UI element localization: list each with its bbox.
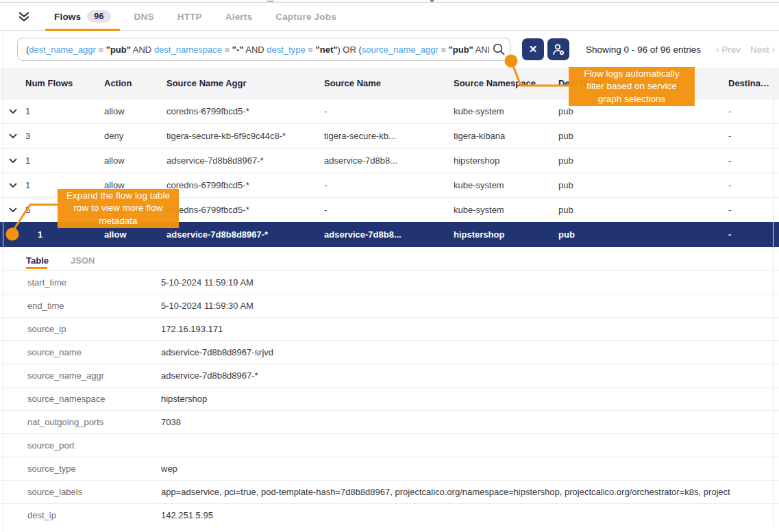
detail-field-row: nat_outgoing_ports 7038 (0, 410, 779, 433)
field-value: app=adservice, pci=true, pod-template-ha… (161, 487, 779, 497)
chevron-down-icon (9, 207, 17, 213)
cell-dest-name-aggr: pub (558, 229, 728, 240)
pager: ‹ Prev Next › (716, 45, 775, 55)
cell-source-name: adservice-7d8b8... (324, 155, 454, 166)
prev-page-button[interactable]: ‹ Prev (716, 45, 741, 55)
callout-filter-hint: Flow logs automatically filter based on … (569, 67, 695, 106)
detail-field-row: source_ip 172.16.193.171 (0, 317, 779, 340)
row-expander[interactable] (0, 158, 25, 164)
detail-field-row: source_namespace hipstershop (0, 387, 779, 410)
field-key: source_type (0, 464, 161, 474)
flow-table-row[interactable]: 1 allow adservice-7d8b8d8967-* adservice… (0, 148, 779, 173)
column-header[interactable]: Action (104, 77, 166, 90)
log-type-tab[interactable]: DNS (123, 3, 166, 30)
cell-source-name-aggr: coredns-6799fbcd5-* (166, 106, 324, 116)
field-key: source_name_aggr (0, 370, 161, 381)
column-header[interactable]: Num Flows (25, 77, 104, 90)
field-value: wep (161, 464, 779, 474)
detail-tab[interactable]: Table (26, 255, 49, 270)
search-icon[interactable] (492, 42, 506, 59)
detail-field-row: start_time 5-10-2024 11:59:19 AM (0, 270, 779, 294)
query-text: (dest_name_aggr = "pub" AND dest_namespa… (26, 45, 489, 55)
entries-count-text: Showing 0 - 96 of 96 entries (586, 45, 701, 55)
detail-tabbar: Table JSON (0, 247, 779, 270)
detail-field-row: end_time 5-10-2024 11:59:30 AM (0, 294, 779, 317)
tab-label: Flows (54, 12, 81, 22)
user-settings-button[interactable] (547, 38, 569, 60)
field-value: adservice-7d8b8d8967-* (161, 370, 779, 381)
cell-destination-name: - (728, 229, 779, 240)
field-key: dest_ip (0, 510, 161, 520)
cell-source-name: tigera-secure-kb... (324, 131, 454, 141)
cell-source-namespace: kube-system (454, 205, 558, 215)
detail-field-row: dest_ip 142.251.5.95 (0, 503, 779, 527)
collapse-panel-icon[interactable] (15, 8, 33, 25)
field-key: end_time (0, 301, 161, 311)
column-header[interactable]: Source Name Aggr (166, 77, 324, 90)
cell-source-name-aggr: adservice-7d8b8d8967-* (166, 229, 324, 240)
cell-source-name-aggr: tigera-secure-kb-6f9c9c44c8-* (166, 131, 324, 141)
row-expander[interactable] (0, 134, 25, 139)
column-header[interactable] (0, 77, 25, 90)
field-value: 5-10-2024 11:59:30 AM (161, 301, 779, 311)
cell-destination-name: - (728, 131, 779, 141)
cell-source-namespace: hipstershop (454, 155, 558, 166)
flow-logs-panel: Flows 96 DNS HTTP Alerts (0, 0, 779, 532)
chevron-down-icon (9, 134, 17, 139)
log-type-tab[interactable]: HTTP (166, 3, 214, 30)
row-expander[interactable] (0, 109, 25, 114)
cell-num-flows: 1 (25, 106, 104, 116)
query-filter-input[interactable]: (dest_name_aggr = "pub" AND dest_namespa… (17, 38, 510, 61)
cell-action: allow (104, 155, 166, 166)
tab-label: Alerts (225, 12, 252, 22)
field-key: source_ip (0, 324, 161, 334)
cell-dest-name-aggr: pub (558, 131, 728, 141)
column-header[interactable]: Destination Name (728, 77, 779, 90)
log-type-tab[interactable]: Capture Jobs (264, 3, 348, 30)
detail-field-row: source_port (0, 433, 779, 457)
column-header[interactable]: Source Namespace (454, 77, 558, 90)
cell-action: allow (104, 106, 166, 116)
cell-source-name: adservice-7d8b8... (324, 229, 454, 240)
cell-source-name-aggr: coredns-6799fbcd5-* (166, 180, 324, 190)
cell-dest-name-aggr: pub (558, 106, 728, 116)
next-page-button[interactable]: Next › (750, 45, 775, 55)
cell-num-flows: 1 (25, 155, 104, 166)
field-value: hipstershop (161, 394, 779, 404)
field-value: 172.16.193.171 (161, 324, 779, 334)
cell-source-namespace: hipstershop (454, 229, 558, 240)
log-type-tabbar: Flows 96 DNS HTTP Alerts (0, 3, 779, 31)
cell-destination-name: - (728, 106, 779, 116)
log-type-tab[interactable]: Flows 96 (42, 3, 123, 30)
tab-label: HTTP (177, 12, 202, 22)
field-value: adservice-7d8b8d8967-srjvd (161, 347, 779, 357)
field-key: source_port (0, 440, 161, 451)
field-key: source_name (0, 347, 161, 357)
tab-label: Capture Jobs (275, 12, 336, 22)
row-expander[interactable] (0, 232, 25, 238)
field-value: 7038 (161, 417, 779, 427)
row-expander[interactable] (0, 207, 25, 213)
cell-dest-name-aggr: pub (558, 205, 728, 215)
callout-expand-hint: Expand the flow log table row to view mo… (58, 189, 179, 228)
panel-right-border (773, 68, 774, 527)
log-type-tab[interactable]: Alerts (214, 3, 264, 30)
cell-destination-name: - (728, 205, 779, 215)
tab-count-badge: 96 (87, 10, 110, 23)
detail-field-row: source_labels app=adservice, pci=true, p… (0, 480, 779, 503)
tab-label: DNS (134, 12, 154, 22)
cell-num-flows: 1 (25, 229, 104, 240)
cell-destination-name: - (728, 180, 779, 190)
detail-field-row: source_type wep (0, 457, 779, 480)
detail-tab[interactable]: JSON (71, 255, 95, 270)
cell-source-name: - (324, 205, 454, 215)
field-key: source_labels (0, 487, 161, 497)
detail-field-list: start_time 5-10-2024 11:59:19 AM end_tim… (0, 270, 779, 527)
row-expander[interactable] (0, 183, 25, 188)
clear-filter-button[interactable]: ✕ (522, 38, 544, 60)
cell-source-name: - (324, 180, 454, 190)
field-key: start_time (0, 277, 161, 288)
cell-dest-name-aggr: pub (558, 180, 728, 190)
column-header[interactable]: Source Name (324, 77, 454, 90)
flow-table-row[interactable]: 3 deny tigera-secure-kb-6f9c9c44c8-* tig… (0, 123, 779, 148)
